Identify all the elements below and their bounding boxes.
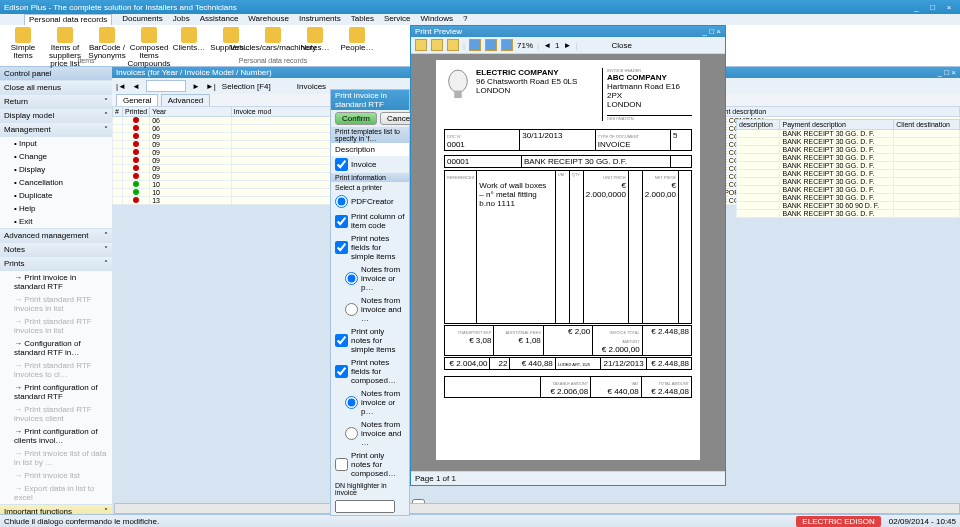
table-row[interactable]: BANK RECEIPT 30 GG. D. F. [737,210,960,218]
mgmt-exit[interactable]: • Exit [0,215,112,228]
status-bar: Chiude il dialogo confermando le modific… [0,514,960,527]
confirm-button[interactable]: Confirm [335,112,377,125]
menu-personal-data-records[interactable]: Personal data records [24,14,112,25]
status-message: Chiude il dialogo confermando le modific… [4,517,159,526]
preview-body: ELECTRIC COMPANY 96 Chatsworth Road E5 0… [411,54,725,471]
invoices-label: Invoices [297,82,326,91]
print-item[interactable]: → Print configuration of standard RTF [0,381,112,403]
menu-warehouse[interactable]: Warehouse [248,14,289,25]
app-title: Edison Plus - The complete solution for … [4,3,910,12]
print-item: → Print invoice list of data in list by … [0,447,112,469]
table-row[interactable]: BANK RECEIPT 30 GG. D. F. [737,146,960,154]
menu-windows[interactable]: Windows [421,14,453,25]
print-notes-composed-check[interactable] [335,365,348,378]
tab-advanced[interactable]: Advanced [161,94,211,106]
table-row[interactable]: BANK RECEIPT 30 GG. D. F. [737,194,960,202]
print-item[interactable]: → Print configuration of clients invoi… [0,425,112,447]
preview-window-controls[interactable]: _ □ × [703,27,721,36]
mgmt-change[interactable]: • Change [0,150,112,163]
menu-tables[interactable]: Tables [351,14,374,25]
close-all-menus[interactable]: Close all menus [0,81,112,94]
client-name: ABC COMPANY [607,73,667,82]
print-notes-simple-check[interactable] [335,241,348,254]
menu-instruments[interactable]: Instruments [299,14,341,25]
menu-assistance[interactable]: Assistance [200,14,239,25]
page-prev-icon[interactable]: ◄ [543,41,551,50]
open-icon[interactable] [431,39,443,51]
nav-next-icon[interactable]: ► [192,82,200,91]
zoom-width-icon[interactable] [485,39,497,51]
print-column-check[interactable] [335,215,348,228]
mgmt-duplicate[interactable]: • Duplicate [0,189,112,202]
preview-close-button[interactable]: Close [612,41,632,50]
invoice-template-check[interactable] [335,158,348,171]
notes-section[interactable]: Notes˅ [0,243,112,256]
mgmt-help[interactable]: • Help [0,202,112,215]
svg-point-0 [449,70,468,92]
print-item[interactable]: → Print invoice in standard RTF [0,271,112,293]
lightbulb-icon [444,68,472,102]
table-row[interactable]: BANK RECEIPT 30 GG. D. F. [737,154,960,162]
dn-highlighter-input[interactable] [335,500,395,513]
ribbon-barcode-synonyms[interactable]: BarCode / Synonyms [90,27,124,68]
menu-service[interactable]: Service [384,14,411,25]
table-row[interactable]: BANK RECEIPT 30 GG. D. F. [737,178,960,186]
print-item[interactable]: → Configuration of standard RTF in… [0,337,112,359]
invoices-grid-right[interactable]: descriptionPayment descriptionClient des… [736,119,960,218]
preview-footer: Page 1 of 1 [411,471,725,485]
ribbon-clients-[interactable]: Clients… [172,27,206,52]
nav-prev-icon[interactable]: ◄ [132,82,140,91]
nav-first-icon[interactable]: |◄ [116,82,126,91]
print-item: → Print standard RTF invoices client [0,403,112,425]
horizontal-scrollbar[interactable] [114,503,960,514]
pdfcreator-radio[interactable] [335,195,348,208]
invoice-template-label: Invoice [351,160,376,169]
notes-r2[interactable] [345,303,358,316]
window-controls: _ □ × [910,3,956,12]
ribbon-notes-[interactable]: Notes… [298,27,332,52]
management-section[interactable]: Management˄ [0,123,112,136]
company-name: ELECTRIC COMPANY [476,68,559,77]
advanced-management-section[interactable]: Advanced management˅ [0,229,112,242]
notes-r4[interactable] [345,427,358,440]
table-row[interactable]: BANK RECEIPT 30 GG. D. F. [737,186,960,194]
invoices-window-controls[interactable]: _ □ × [938,68,956,77]
notes-r1[interactable] [345,272,358,285]
only-notes-composed-check[interactable] [335,458,348,471]
zoom-page-icon[interactable] [501,39,513,51]
preview-title-bar: Print Preview _ □ × [411,26,725,37]
nav-last-icon[interactable]: ►| [206,82,216,91]
display-model-section[interactable]: Display model˅ [0,109,112,122]
save-icon[interactable] [447,39,459,51]
table-row[interactable]: BANK RECEIPT 30 GG. D. F. [737,138,960,146]
control-panel: Control panel Close all menus Return˅ Di… [0,67,112,507]
ribbon-vehicles-cars-machinery[interactable]: Vehicles/cars/machinery [256,27,290,52]
maximize-icon[interactable]: □ [926,3,940,12]
mgmt-display[interactable]: • Display [0,163,112,176]
return-section[interactable]: Return˅ [0,95,112,108]
mgmt-input[interactable]: • Input [0,137,112,150]
zoom-fit-icon[interactable] [469,39,481,51]
menu-jobs[interactable]: Jobs [173,14,190,25]
menu--[interactable]: ? [463,14,467,25]
minimize-icon[interactable]: _ [910,3,924,12]
dn-highlighter-label: DN highlighter in invoice [331,480,409,498]
print-icon[interactable] [415,39,427,51]
notes-r3[interactable] [345,396,358,409]
record-position-input[interactable] [146,80,186,92]
table-row[interactable]: BANK RECEIPT 30 GG. D. F. [737,170,960,178]
menu-documents[interactable]: Documents [122,14,162,25]
prints-section[interactable]: Prints˄ [0,257,112,270]
table-row[interactable]: BANK RECEIPT 30 GG. D. F. [737,162,960,170]
table-row[interactable]: BANK RECEIPT 30 60 90 D. F. [737,202,960,210]
tab-general[interactable]: General [116,94,158,106]
mgmt-cancellation[interactable]: • Cancellation [0,176,112,189]
ribbon-simple-items[interactable]: Simple Items [6,27,40,68]
page-next-icon[interactable]: ► [564,41,572,50]
ribbon-people-[interactable]: People… [340,27,374,52]
preview-page: ELECTRIC COMPANY 96 Chatsworth Road E5 0… [436,60,700,460]
ribbon-composed-items-compounds[interactable]: Composed Items Compounds [132,27,166,68]
close-icon[interactable]: × [942,3,956,12]
table-row[interactable]: BANK RECEIPT 30 GG. D. F. [737,130,960,138]
only-notes-simple-check[interactable] [335,334,348,347]
